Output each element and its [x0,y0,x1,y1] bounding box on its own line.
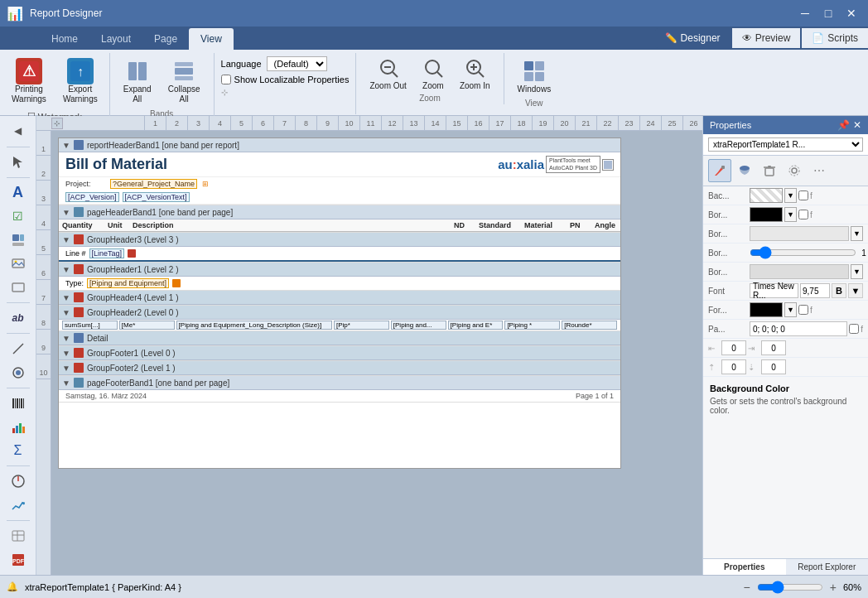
prop-font-value[interactable]: Times New R... [750,283,798,298]
prop-font-size[interactable] [800,283,830,298]
group-footer-1-toggle[interactable]: ▼ [62,349,70,358]
barcode-button[interactable] [5,393,31,414]
circle-tool-button[interactable] [5,363,31,383]
prop-font-dropdown[interactable]: ▼ [848,283,863,298]
group-footer-2-toggle[interactable]: ▼ [62,364,70,373]
group-header-3-toggle[interactable]: ▼ [62,235,70,244]
expand-all-button[interactable]: Expand All [117,55,158,108]
report-header-toggle[interactable]: ▼ [62,141,70,150]
trend-button[interactable] [5,495,31,516]
zoom-slider[interactable] [757,581,823,594]
rectangle-tool-button[interactable] [5,277,31,298]
collapse-all-button[interactable]: Collapse All [162,55,207,108]
prop-bor1-dropdown[interactable]: ▼ [784,207,797,222]
tab-page[interactable]: Page [142,28,189,50]
ruler-corner[interactable]: ⊹ [51,118,63,129]
properties-title-row: xtraReportTemplate1 R... [703,134,868,156]
checkbox-tool-button[interactable]: ☑ [5,206,31,227]
language-select[interactable]: (Default) [267,56,327,71]
prop-bor4-wrap: ▼ [750,264,863,279]
sigma-button[interactable]: Σ [5,441,31,461]
properties-component-select[interactable]: xtraReportTemplate1 R... [708,137,863,152]
prop-bor2-dropdown[interactable]: ▼ [851,226,863,241]
tab-report-explorer[interactable]: Report Explorer [786,559,869,575]
properties-toolbar: ⋯ [703,156,868,186]
collapse-panel-button[interactable]: ◀ [5,121,31,142]
prop-inner-top[interactable] [721,359,746,374]
horizontal-ruler: ⊹ 1 2 3 4 5 6 7 8 9 10 11 12 13 14 15 16… [36,116,702,131]
canvas-area[interactable]: ⊹ 1 2 3 4 5 6 7 8 9 10 11 12 13 14 15 16… [36,116,702,575]
prop-bac-dropdown[interactable]: ▼ [784,188,797,203]
show-localizable-checkbox[interactable] [221,75,231,84]
zoom-out-button[interactable]: Zoom Out [363,55,412,92]
tab-view[interactable]: View [189,28,234,50]
prop-pa-value[interactable]: 0; 0; 0; 0 [750,321,847,336]
export-warnings-button[interactable]: ↑ Export Warnings [56,55,104,108]
page-footer-toggle[interactable]: ▼ [62,379,70,388]
edit-tool-button[interactable] [5,230,31,251]
preview-button[interactable]: 👁 Preview [732,28,801,48]
col-header-standard: Standard [475,221,521,229]
text-tool-button[interactable]: A [5,183,31,204]
prop-pa-check[interactable] [849,324,859,334]
ribbon-nav: Home Layout Page View ✏️ Designer 👁 Prev… [0,27,868,50]
windows-button[interactable]: Windows [511,55,558,97]
text-label-button[interactable]: ab [5,308,31,329]
prop-for-check[interactable] [798,305,808,315]
zoom-button[interactable]: Zoom [415,55,451,92]
svg-rect-20 [524,72,533,81]
tab-properties[interactable]: Properties [703,559,786,575]
prop-bor4-dropdown[interactable]: ▼ [851,264,863,279]
prop-for-dropdown[interactable]: ▼ [784,302,797,317]
svg-rect-37 [23,398,24,408]
prop-inner-left[interactable] [721,340,746,355]
group-header-2-icon [74,307,84,317]
chart-button[interactable] [5,417,31,437]
props-delete-button[interactable] [758,159,781,182]
properties-close-button[interactable]: ✕ [853,119,861,131]
gauge-button[interactable] [5,471,31,492]
detail-toggle[interactable]: ▼ [62,334,70,343]
tab-home[interactable]: Home [40,28,89,50]
prop-bor2-value[interactable] [750,226,849,241]
zoom-in-button[interactable]: Zoom In [453,55,497,92]
prop-bac-check[interactable] [798,190,808,200]
scripts-button[interactable]: 📄 Scripts [802,28,868,48]
props-settings-button[interactable] [783,159,806,182]
page-header-toggle[interactable]: ▼ [62,208,70,217]
zoom-plus-button[interactable]: + [830,581,837,594]
group-header-1-toggle[interactable]: ▼ [62,265,70,274]
line-tag-label: Line # [65,249,86,258]
prop-font-bold[interactable]: B [832,283,846,298]
prop-inner-right[interactable] [761,340,786,355]
prop-bor3-slider[interactable] [750,247,856,258]
zoom-in-icon [463,56,486,81]
image-tool-button[interactable] [5,253,31,274]
prop-bac-color[interactable] [750,188,783,203]
select-tool-button[interactable] [5,152,31,172]
props-brush-button[interactable] [708,159,731,182]
prop-bor1-check[interactable] [798,210,808,219]
table-button[interactable] [5,526,31,547]
group-header-2-toggle[interactable]: ▼ [62,308,70,317]
pdf-button[interactable]: PDF [5,550,31,571]
close-button[interactable]: ✕ [841,3,861,23]
svg-line-13 [437,72,442,77]
ruler-mark: 17 [489,116,510,131]
group-header-4-toggle[interactable]: ▼ [62,293,70,302]
ruler-mark: 8 [295,116,316,131]
zoom-minus-button[interactable]: − [744,581,750,594]
props-data-button[interactable] [733,159,756,182]
line-tool-button[interactable] [5,339,31,359]
minimize-button[interactable]: ─ [795,3,815,23]
designer-button[interactable]: ✏️ Designer [655,28,731,48]
prop-bor4-value[interactable] [750,264,849,279]
prop-inner-bottom[interactable] [761,359,786,374]
prop-bor1-color[interactable] [750,207,783,222]
props-more-button[interactable]: ⋯ [808,159,831,182]
maximize-button[interactable]: □ [818,3,838,23]
properties-pin-button[interactable]: 📌 [837,119,850,131]
printing-warnings-button[interactable]: ⚠ Printing Warnings [5,55,53,108]
prop-for-color[interactable] [750,302,783,317]
tab-layout[interactable]: Layout [89,28,142,50]
